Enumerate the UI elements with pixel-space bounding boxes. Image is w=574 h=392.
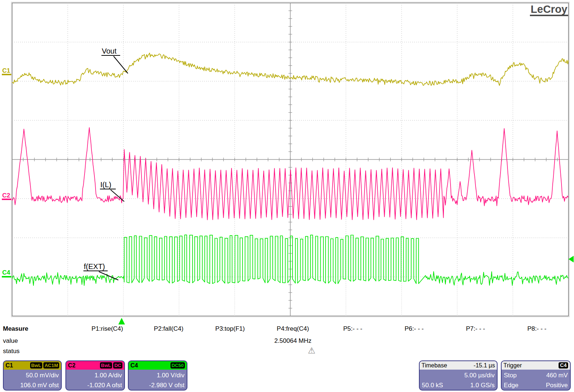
vertical-scale: 1.00 A/div (68, 370, 122, 380)
trace-annotations: Vout I(L) f(EXT) (83, 47, 128, 280)
channel-box-c4[interactable]: C4 DC50 1.00 V/div -2.980 V ofst (128, 360, 187, 391)
sample-count: 50.0 kS (422, 380, 443, 390)
vout-label: Vout (102, 47, 116, 55)
vertical-offset: 106.0 mV ofst (6, 380, 59, 390)
measure-param-p4[interactable]: P4:freq(C4) (277, 325, 309, 333)
trigger-slope: Positive (546, 380, 568, 390)
trigger-box[interactable]: Trigger C4 Stop 460 mV Edge Positive (501, 360, 571, 391)
timebase-box[interactable]: Timebase -15.1 µs 5.00 µs/div 50.0 kS 1.… (419, 360, 498, 391)
channel-box-c1[interactable]: C1 BwL AC1M 50.0 mV/div 106.0 mV ofst (3, 360, 62, 391)
time-per-div: 5.00 µs/div (464, 370, 495, 380)
timebase-delay: -15.1 µs (474, 362, 495, 369)
c1-channel-marker[interactable]: C1 (2, 67, 10, 74)
channel-id: C2 (68, 362, 75, 369)
channel-box-c2-header: C2 BwL DC (66, 361, 124, 370)
measure-param-p2[interactable]: P2:fall(C4) (154, 325, 183, 333)
trigger-source-badge: C4 (559, 362, 568, 369)
status-row-label: status (3, 348, 19, 355)
coupling-badge: DC50 (171, 362, 185, 369)
trigger-header: Trigger C4 (502, 361, 570, 370)
c4-channel-marker[interactable]: C4 (2, 269, 10, 276)
c4-trace-ext-clock[interactable] (12, 235, 568, 286)
channel-box-c1-body: 50.0 mV/div 106.0 mV ofst (4, 370, 61, 391)
trigger-time-marker[interactable] (118, 318, 125, 324)
measure-value-p4: 2.50064 MHz (274, 337, 311, 345)
measure-title[interactable]: Measure (3, 325, 28, 333)
measure-param-p8[interactable]: P8:- - - (527, 325, 546, 333)
measure-param-p6[interactable]: P6:- - - (405, 325, 424, 333)
vertical-scale: 1.00 V/div (131, 370, 184, 380)
channel-id: C4 (130, 362, 138, 369)
trigger-mode: Stop (504, 370, 517, 380)
scope-display: C1 C2 C4 Vout I(L) f(EXT) (0, 0, 574, 327)
channel-badges: BwL DC (99, 362, 122, 369)
vout-pointer-line (114, 56, 128, 73)
vertical-offset: -1.020 A ofst (68, 380, 122, 390)
measure-param-p5[interactable]: P5:- - - (343, 325, 362, 333)
channel-position-markers: C1 C2 C4 (2, 67, 11, 277)
channel-box-c2[interactable]: C2 BwL DC 1.00 A/div -1.020 A ofst (65, 360, 125, 391)
channel-box-c4-header: C4 DC50 (129, 361, 187, 370)
timebase-header: Timebase -15.1 µs (420, 361, 497, 370)
timebase-body: 5.00 µs/div 50.0 kS 1.0 GS/s (420, 370, 497, 391)
il-label: I(L) (100, 181, 111, 189)
c2-offset-dash (2, 199, 11, 200)
warning-icon: ⚠ (308, 346, 316, 355)
fext-label: f(EXT) (84, 262, 105, 271)
channel-box-c1-header: C1 BwL AC1M (4, 361, 61, 370)
channel-badges: BwL AC1M (29, 362, 59, 369)
vertical-scale: 50.0 mV/div (6, 370, 59, 380)
coupling-badge: DC (113, 362, 122, 369)
value-row-label: value (3, 337, 18, 345)
trigger-level: 460 mV (546, 370, 568, 380)
measure-param-p7[interactable]: P7:- - - (466, 325, 485, 333)
c2-channel-marker[interactable]: C2 (2, 192, 10, 199)
trigger-title: Trigger (503, 362, 522, 369)
measure-param-p1[interactable]: P1:rise(C4) (92, 325, 123, 333)
sample-rate: 1.0 GS/s (470, 380, 495, 390)
channel-box-c4-body: 1.00 V/div -2.980 V ofst (129, 370, 187, 391)
channel-id: C1 (6, 362, 13, 369)
channel-box-c2-body: 1.00 A/div -1.020 A ofst (66, 370, 124, 391)
bandwidth-limit-badge: BwL (30, 362, 42, 369)
lecroy-logo: LeCroy (530, 4, 568, 16)
timebase-title: Timebase (421, 362, 447, 369)
c4-offset-dash (2, 276, 11, 277)
trigger-body: Stop 460 mV Edge Positive (502, 370, 570, 391)
coupling-badge: AC1M (43, 362, 59, 369)
measure-param-p3[interactable]: P3:top(F1) (215, 325, 245, 333)
channel-badges: DC50 (169, 362, 185, 369)
c1-offset-dash (2, 74, 11, 75)
vertical-offset: -2.980 V ofst (131, 380, 184, 390)
bandwidth-limit-badge: BwL (100, 362, 112, 369)
trigger-type: Edge (504, 380, 519, 390)
